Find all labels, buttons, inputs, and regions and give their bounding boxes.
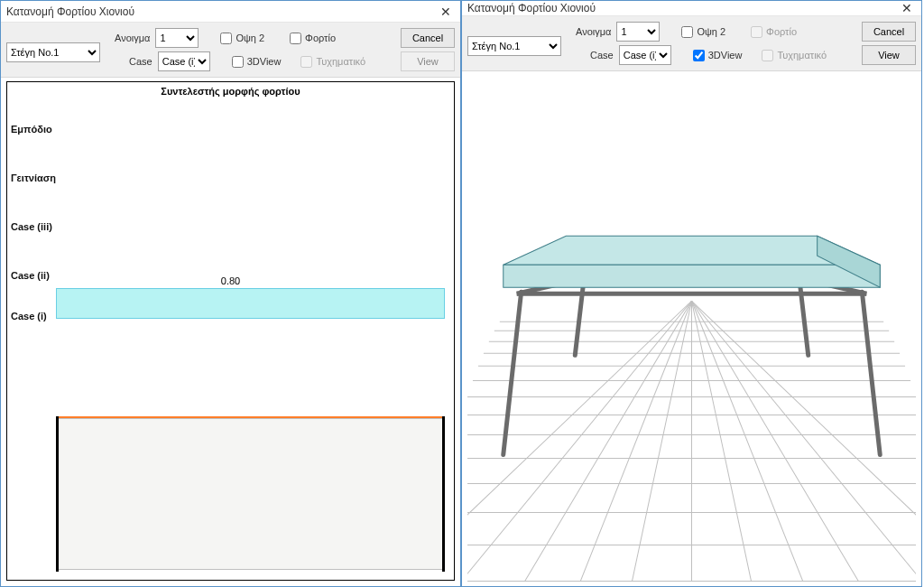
case-label: Case (129, 56, 152, 67)
close-icon-r[interactable]: ✕ (898, 1, 916, 15)
3d-scene-svg (467, 75, 916, 582)
svg-line-21 (692, 301, 818, 581)
3d-view-canvas[interactable] (467, 75, 916, 582)
opening-select[interactable]: 1 (155, 28, 199, 48)
window-title-r: Κατανομή Φορτίου Χιονιού (467, 2, 596, 14)
svg-line-15 (467, 301, 692, 581)
row-label-1: Γειτνίαση (11, 172, 56, 183)
titlebar-right: Κατανομή Φορτίου Χιονιού ✕ (462, 1, 921, 16)
svg-marker-34 (504, 265, 880, 287)
opening-select-r[interactable]: 1 (616, 22, 660, 42)
chk-accidental-right: Τυχηματικό (762, 50, 827, 61)
toolbar-right: Στέγη No.1 Ανοιγμα 1 Οψη 2 Φορτίο Cancel… (462, 16, 921, 71)
view-button-left: View (401, 51, 455, 71)
roof-select-r[interactable]: Στέγη No.1 (467, 36, 561, 56)
bar-value: 0.80 (221, 275, 240, 286)
titlebar-left: Κατανομή Φορτίου Χιονιού ✕ (1, 1, 460, 23)
cancel-button-r[interactable]: Cancel (862, 22, 916, 42)
row-label-0: Εμπόδιο (11, 124, 52, 135)
roof-select[interactable]: Στέγη No.1 (6, 42, 100, 62)
chk-3dview-right[interactable]: 3DView (693, 50, 743, 61)
case-label-r: Case (590, 50, 614, 61)
chk-3dview-left[interactable]: 3DView (232, 56, 282, 68)
roof-section (56, 418, 445, 570)
diagram-heading: Συντελεστής μορφής φορτίου (161, 86, 300, 97)
dialog-left: Κατανομή Φορτίου Χιονιού ✕ Στέγη No.1 Αν… (0, 0, 461, 587)
chk-view2[interactable]: Οψη 2 (220, 33, 264, 44)
close-icon[interactable]: ✕ (437, 5, 455, 19)
svg-line-18 (624, 301, 692, 581)
chk-load-r: Φορτίο (751, 26, 797, 38)
cancel-button[interactable]: Cancel (401, 28, 455, 48)
svg-line-14 (467, 301, 692, 581)
svg-line-23 (692, 301, 917, 581)
row-label-2: Case (iii) (11, 221, 52, 232)
svg-line-17 (566, 301, 691, 581)
dialog-right: Κατανομή Φορτίου Χιονιού ✕ Στέγη No.1 Αν… (461, 0, 922, 587)
svg-line-27 (575, 278, 584, 355)
window-title: Κατανομή Φορτίου Χιονιού (6, 5, 134, 18)
opening-label: Ανοιγμα (115, 33, 150, 43)
chk-load[interactable]: Φορτίο (290, 33, 336, 44)
svg-line-26 (862, 292, 880, 454)
chk-accidental-left: Τυχηματικό (300, 56, 365, 68)
row-label-3: Case (ii) (11, 270, 50, 281)
roof-edge-right (442, 416, 445, 572)
svg-line-24 (692, 301, 917, 581)
value-bar (56, 288, 445, 319)
row-label-4: Case (i) (11, 311, 47, 321)
svg-line-20 (692, 301, 760, 581)
view-button-right[interactable]: View (862, 45, 916, 65)
opening-label-r: Ανοιγμα (576, 26, 611, 37)
chk-view2-r[interactable]: Οψη 2 (681, 26, 725, 38)
diagram-canvas: Συντελεστής μορφής φορτίου Εμπόδιο Γειτν… (6, 81, 455, 581)
svg-line-25 (504, 292, 522, 454)
case-select[interactable]: Case (i) (158, 51, 210, 71)
roof-edge-left (56, 416, 59, 572)
toolbar-left: Στέγη No.1 Ανοιγμα 1 Οψη 2 Φορτίο Cancel… (1, 23, 460, 78)
svg-line-28 (799, 278, 808, 355)
case-select-r[interactable]: Case (i) (619, 45, 671, 65)
